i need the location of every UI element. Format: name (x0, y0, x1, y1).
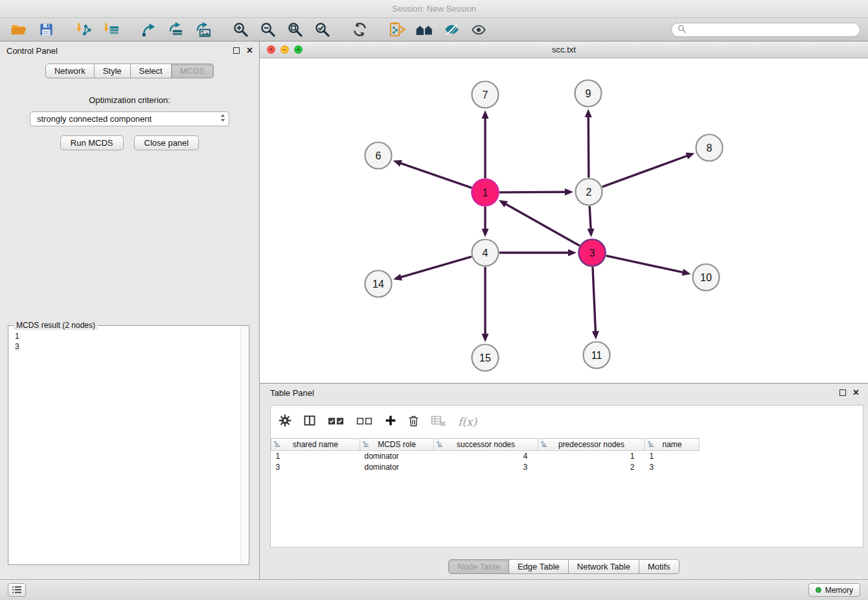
table-cell[interactable]: dominator (360, 462, 434, 473)
deselect-all-button[interactable] (356, 415, 373, 429)
edge-arrowhead-2-9 (585, 109, 592, 117)
apply-layout-button[interactable] (348, 20, 371, 40)
table-cell[interactable]: 3 (434, 462, 538, 473)
node-9[interactable]: 9 (575, 80, 602, 107)
node-15[interactable]: 15 (472, 345, 499, 371)
table-tab-node-table[interactable]: Node Table (448, 559, 509, 574)
table-cell[interactable]: 2 (538, 462, 645, 473)
table-cell[interactable]: 4 (434, 451, 538, 462)
edge-1-2[interactable] (499, 192, 566, 192)
run-mcds-button[interactable]: Run MCDS (60, 135, 124, 150)
select-all-icon (328, 415, 345, 429)
node-4[interactable]: 4 (472, 240, 499, 266)
close-panel-button[interactable]: Close panel (134, 135, 200, 150)
show-graphics-details-button[interactable] (468, 20, 490, 40)
network-canvas[interactable]: 7968124314101511 (260, 58, 867, 383)
node-table: shared nameMCDS rolesuccessor nodesprede… (271, 438, 700, 473)
deselect-all-icon (356, 415, 373, 429)
delete-table-button[interactable] (431, 414, 446, 430)
zoom-in-button[interactable] (229, 20, 251, 40)
first-neighbors-button[interactable] (413, 20, 435, 40)
float-table-panel-icon[interactable] (839, 389, 846, 396)
table-tab-edge-table[interactable]: Edge Table (509, 559, 569, 574)
edge-arrowhead-2-3 (588, 229, 595, 237)
function-builder-button[interactable]: f(x) (458, 415, 477, 428)
settings-button[interactable] (279, 414, 291, 430)
node-10[interactable]: 10 (693, 264, 720, 291)
column-header-successor-nodes[interactable]: successor nodes (434, 439, 538, 451)
list-icon (12, 584, 22, 596)
node-1[interactable]: 1 (472, 179, 499, 206)
toolbar-group (8, 20, 57, 40)
open-session-button[interactable] (8, 20, 30, 40)
node-7[interactable]: 7 (472, 82, 499, 108)
search-box[interactable] (671, 23, 860, 37)
new-network-button[interactable] (137, 20, 159, 40)
optimization-criterion-select[interactable]: strongly connected component (30, 111, 229, 126)
tab-style[interactable]: Style (95, 63, 131, 78)
search-input[interactable] (690, 25, 854, 34)
column-label: shared name (293, 440, 338, 449)
window-minimize-button[interactable]: − (280, 45, 289, 54)
zoom-selected-button[interactable] (311, 20, 333, 40)
node-14[interactable]: 14 (365, 271, 392, 297)
edge-3-1[interactable] (505, 203, 579, 246)
table-tab-network-table[interactable]: Network Table (569, 559, 639, 574)
close-panel-icon[interactable] (247, 47, 253, 54)
node-6[interactable]: 6 (365, 143, 392, 169)
close-table-panel-icon[interactable] (853, 389, 859, 396)
column-header-predecessor-nodes[interactable]: predecessor nodes (538, 439, 645, 451)
edge-2-9[interactable] (588, 116, 589, 178)
table-cell[interactable]: 3 (271, 462, 360, 473)
column-header-shared-name[interactable]: shared name (271, 439, 360, 451)
import-table-button[interactable] (100, 20, 122, 40)
hide-selected-button[interactable] (440, 20, 463, 40)
edge-2-8[interactable] (602, 156, 688, 187)
edge-1-6[interactable] (400, 163, 472, 187)
table-row[interactable]: 3dominator323 (271, 462, 700, 473)
zoom-out-button[interactable] (257, 20, 279, 40)
node-11[interactable]: 11 (584, 342, 610, 369)
table-cell[interactable]: 1 (645, 451, 700, 462)
column-header-name[interactable]: name (645, 439, 700, 451)
table-cell[interactable]: 1 (271, 451, 360, 462)
table-tab-motifs[interactable]: Motifs (639, 559, 680, 574)
tab-mcds[interactable]: MCDS (172, 63, 214, 78)
zoom-fit-button[interactable] (284, 20, 306, 40)
window-zoom-button[interactable]: + (294, 45, 303, 54)
export-image-button[interactable] (192, 20, 214, 40)
export-table-button[interactable] (165, 20, 187, 40)
table-row[interactable]: 1dominator411 (271, 451, 700, 462)
save-session-button[interactable] (35, 20, 57, 40)
edge-3-11[interactable] (593, 267, 595, 332)
node-3[interactable]: 3 (579, 240, 606, 266)
edge-2-3[interactable] (589, 206, 591, 230)
select-all-button[interactable] (328, 415, 345, 429)
tab-select[interactable]: Select (131, 63, 172, 78)
copy-style-button[interactable] (386, 20, 408, 40)
table-cell[interactable]: 1 (538, 451, 645, 462)
add-row-button[interactable] (385, 415, 396, 429)
table-cell[interactable]: 3 (645, 462, 700, 473)
import-network-button[interactable] (73, 20, 95, 40)
save-session-icon (39, 22, 54, 37)
delete-table-icon (431, 414, 446, 430)
task-history-button[interactable] (8, 583, 26, 597)
window-close-button[interactable]: × (267, 45, 275, 54)
memory-button[interactable]: Memory (808, 583, 860, 597)
tab-network[interactable]: Network (45, 63, 95, 78)
node-2[interactable]: 2 (576, 179, 602, 205)
settings-icon (279, 414, 291, 430)
column-sort-icon (436, 441, 443, 450)
edge-4-14[interactable] (400, 257, 472, 277)
column-header-MCDS-role[interactable]: MCDS role (360, 439, 434, 451)
show-columns-button[interactable] (303, 414, 316, 430)
edge-arrowhead-1-7 (482, 110, 489, 119)
edge-3-10[interactable] (606, 256, 684, 273)
node-8[interactable]: 8 (696, 135, 723, 161)
float-panel-icon[interactable] (233, 47, 240, 54)
delete-row-button[interactable] (408, 415, 419, 430)
node-label: 10 (700, 272, 712, 283)
table-cell[interactable]: dominator (360, 451, 434, 462)
table-panel-title: Table Panel (270, 388, 314, 398)
